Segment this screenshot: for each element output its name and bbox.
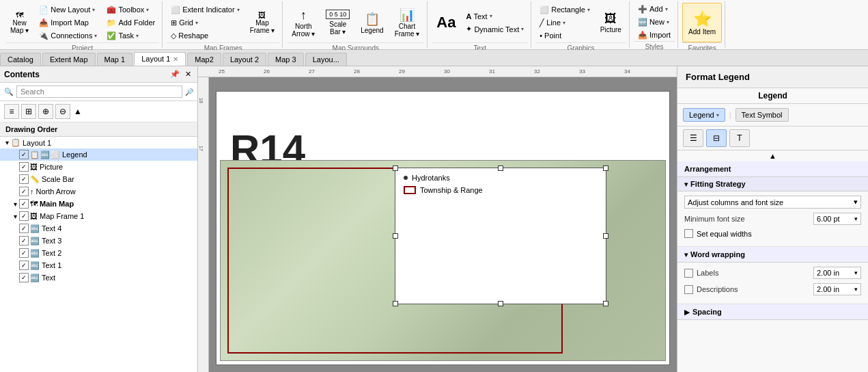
new-style-button[interactable]: 🆕New▾ xyxy=(634,16,675,28)
section-spacing[interactable]: ▶ Spacing xyxy=(677,304,868,320)
tree-item-scalebar[interactable]: ✓ 📏 Scale Bar xyxy=(0,173,197,185)
fitting-strategy-dropdown[interactable]: Adjust columns and font size ▾ xyxy=(684,196,861,209)
equal-widths-checkbox[interactable] xyxy=(684,229,693,238)
tab-layout2[interactable]: Layout 2 xyxy=(223,53,266,66)
legend-handle-bl[interactable] xyxy=(393,301,398,306)
min-font-input[interactable]: 6.00 pt ▾ xyxy=(813,213,861,225)
new-layout-button[interactable]: 📄New Layout▾ xyxy=(35,3,101,16)
tree-item-text[interactable]: ✓ 🔤 Text xyxy=(0,271,197,284)
check-text1[interactable]: ✓ xyxy=(19,261,29,270)
import-style-button[interactable]: 📥Import xyxy=(634,29,675,41)
tab-legend-dropdown-icon[interactable]: ▾ xyxy=(716,112,719,118)
collapse-all-icon[interactable]: ⊖ xyxy=(55,104,70,119)
collapse-indicator[interactable]: ▲ xyxy=(677,150,868,161)
tree-item-picture[interactable]: ✓ 🖼 Picture xyxy=(0,161,197,173)
labels-checkbox[interactable] xyxy=(684,269,693,278)
format-tab-textsymbol[interactable]: Text Symbol xyxy=(736,108,789,122)
group-by-drawing-order-icon[interactable]: ≡ xyxy=(4,104,19,119)
check-text2[interactable]: ✓ xyxy=(19,248,29,258)
tab-catalog[interactable]: Catalog xyxy=(0,53,41,66)
legend-box[interactable]: Hydrotanks Township & Range xyxy=(395,168,606,304)
contents-collapse-arrow[interactable]: ▲ xyxy=(74,107,82,116)
tab-layout1[interactable]: Layout 1 ✕ xyxy=(134,52,186,66)
section-word-wrapping[interactable]: ▾ Word wrapping xyxy=(677,247,868,263)
tree-item-text4[interactable]: ✓ 🔤 Text 4 xyxy=(0,222,197,235)
tree-item-text3[interactable]: ✓ 🔤 Text 3 xyxy=(0,235,197,247)
check-text[interactable]: ✓ xyxy=(19,273,29,282)
check-mapframe1[interactable]: ✓ xyxy=(19,211,29,221)
add-folder-button[interactable]: 📁Add Folder xyxy=(102,16,159,29)
check-text4[interactable]: ✓ xyxy=(19,224,29,233)
north-arrow-button[interactable]: ↑ NorthArrow ▾ xyxy=(287,3,320,42)
toolbox-button[interactable]: 🧰Toolbox▾ xyxy=(102,3,159,16)
check-legend[interactable]: ✓ xyxy=(19,150,29,159)
point-button[interactable]: •Point xyxy=(535,29,594,42)
legend-handle-tl[interactable] xyxy=(393,165,398,171)
tree-item-text2[interactable]: ✓ 🔤 Text 2 xyxy=(0,247,197,259)
descriptions-spinner-icon[interactable]: ▾ xyxy=(854,286,858,293)
contents-close-icon[interactable]: ✕ xyxy=(183,69,193,79)
legend-handle-mr[interactable] xyxy=(603,233,608,239)
format-icon-list[interactable]: ☰ xyxy=(683,129,703,147)
map-frame[interactable]: Hydrotanks Township & Range xyxy=(220,160,666,361)
a-text-button[interactable]: AText▾ xyxy=(462,10,528,23)
add-item-button[interactable]: ⭐ Add Item xyxy=(682,3,722,42)
legend-handle-tr[interactable] xyxy=(603,165,608,171)
import-map-button[interactable]: 📥Import Map xyxy=(35,16,101,29)
check-scalebar[interactable]: ✓ xyxy=(19,174,29,184)
legend-button[interactable]: 📋 Legend xyxy=(356,3,388,42)
tab-extent-map[interactable]: Extent Map xyxy=(42,53,96,66)
search-input[interactable] xyxy=(16,85,182,98)
grid-button[interactable]: ⊞Grid▾ xyxy=(167,16,243,29)
check-northarrow[interactable]: ✓ xyxy=(19,187,29,196)
min-font-spinner-icon[interactable]: ▾ xyxy=(854,215,858,222)
picture-button[interactable]: 🖼 Picture xyxy=(596,3,626,42)
group-by-type-icon[interactable]: ⊞ xyxy=(21,104,36,119)
tab-map2[interactable]: Map2 xyxy=(187,53,221,66)
expand-layout1-icon[interactable]: ▾ xyxy=(3,139,11,146)
reshape-button[interactable]: ◇Reshape xyxy=(167,29,243,42)
format-icon-columns[interactable]: ⊟ xyxy=(706,129,727,147)
dynamic-text-button[interactable]: ✦Dynamic Text▾ xyxy=(462,23,528,36)
legend-handle-tm[interactable] xyxy=(498,165,503,171)
descriptions-input[interactable]: 2.00 in ▾ xyxy=(813,283,861,295)
tree-item-text1[interactable]: ✓ 🔤 Text 1 xyxy=(0,259,197,271)
subsection-fitting-strategy[interactable]: ▾ Fitting Strategy xyxy=(677,177,868,191)
task-button[interactable]: ✅Task▾ xyxy=(102,29,159,42)
check-text3[interactable]: ✓ xyxy=(19,236,29,245)
tab-map1[interactable]: Map 1 xyxy=(97,53,133,66)
extent-indicator-button[interactable]: ⬜Extent Indicator▾ xyxy=(167,3,243,16)
filter-icon[interactable]: 🔍 xyxy=(4,88,14,96)
tab-layout-more[interactable]: Layou... xyxy=(305,53,347,66)
connections-button[interactable]: 🔌Connections▾ xyxy=(35,29,101,42)
chart-frame-button[interactable]: 📊 ChartFrame ▾ xyxy=(390,3,425,42)
labels-spinner-icon[interactable]: ▾ xyxy=(854,269,858,276)
tab-layout1-close[interactable]: ✕ xyxy=(173,55,178,63)
text-aa-button[interactable]: Aa xyxy=(432,3,460,42)
tree-item-northarrow[interactable]: ✓ ↑ North Arrow xyxy=(0,185,197,198)
legend-handle-bm[interactable] xyxy=(498,301,503,306)
section-arrangement[interactable]: Arrangement xyxy=(677,161,868,177)
check-mainmap[interactable]: ✓ xyxy=(19,199,29,209)
search-dropdown-icon[interactable]: 🔎 xyxy=(185,88,193,96)
expand-all-icon[interactable]: ⊕ xyxy=(38,104,53,119)
legend-handle-ml[interactable] xyxy=(393,233,398,239)
tree-item-mainmap[interactable]: ▾ ✓ 🗺 Main Map xyxy=(0,198,197,210)
tree-item-mapframe1[interactable]: ▾ ✓ 🖼 Map Frame 1 xyxy=(0,210,197,222)
new-map-button[interactable]: 🗺 NewMap ▾ xyxy=(5,3,33,42)
expand-mapframe1-icon[interactable]: ▾ xyxy=(11,213,19,220)
tab-map3[interactable]: Map 3 xyxy=(268,53,304,66)
canvas-content[interactable]: R14 xyxy=(209,77,677,372)
expand-mainmap-icon[interactable]: ▾ xyxy=(11,200,19,208)
canvas-area[interactable]: 25 26 27 28 29 30 31 32 33 34 18 17 R14 xyxy=(198,66,677,372)
tree-item-legend[interactable]: ✓ 📋 🔤 ⬜ Legend xyxy=(0,148,197,161)
legend-handle-br[interactable] xyxy=(603,301,608,306)
check-picture[interactable]: ✓ xyxy=(19,162,29,172)
scale-bar-button[interactable]: 0 5 10 ScaleBar ▾ xyxy=(321,3,354,42)
add-style-button[interactable]: ➕Add▾ xyxy=(634,3,675,15)
pin-icon[interactable]: 📌 xyxy=(168,69,182,79)
descriptions-checkbox[interactable] xyxy=(684,285,693,294)
labels-input[interactable]: 2.00 in ▾ xyxy=(813,267,861,279)
rectangle-button[interactable]: ⬜Rectangle▾ xyxy=(535,3,594,16)
map-frame-button[interactable]: 🖼 MapFrame ▾ xyxy=(245,3,280,42)
